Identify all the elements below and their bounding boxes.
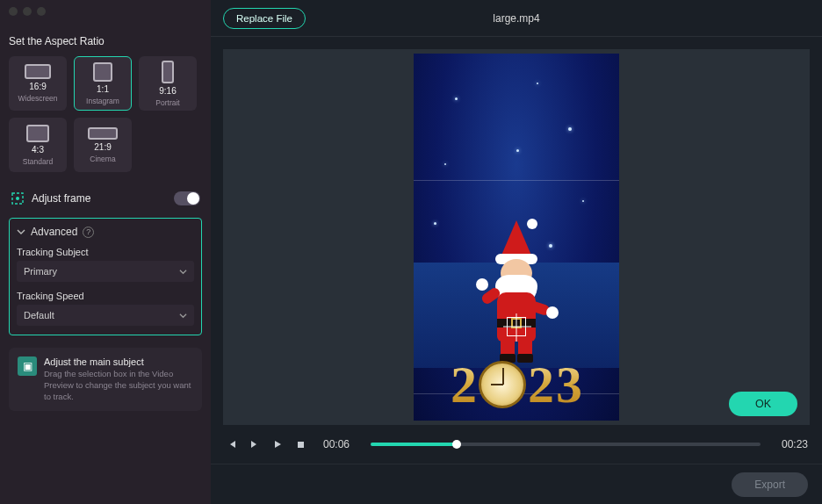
main-header: Replace File large.mp4 [211, 0, 822, 37]
tracking-subject-dropdown[interactable]: Primary [17, 261, 194, 282]
adjust-frame-icon [11, 191, 25, 205]
current-time: 00:06 [323, 438, 350, 450]
advanced-panel: Advanced ? Tracking Subject Primary Trac… [9, 218, 202, 335]
adjust-frame-toggle[interactable] [174, 191, 200, 205]
ratio-icon [93, 62, 112, 82]
video-preview[interactable]: 2 2 3 OK [223, 49, 810, 425]
svg-point-1 [16, 197, 19, 200]
tracking-speed-dropdown[interactable]: Default [17, 305, 194, 326]
toggle-knob [187, 192, 199, 205]
tip-icon: ▣ [18, 356, 37, 376]
chevron-down-icon [179, 268, 187, 276]
filename-label: large.mp4 [493, 12, 539, 25]
timeline-playhead[interactable] [452, 440, 461, 449]
ratio-tile-1-1[interactable]: 1:1 Instagram [74, 56, 132, 111]
chevron-down-icon [179, 312, 187, 320]
ratio-icon [162, 61, 174, 83]
adjust-frame-row: Adjust frame [9, 188, 202, 209]
ratio-tile-9-16[interactable]: 9:16 Portrait [139, 56, 197, 111]
ok-button[interactable]: OK [729, 392, 797, 416]
clock-icon [479, 361, 526, 408]
main-panel: Replace File large.mp4 [211, 0, 822, 504]
ratio-tile-16-9[interactable]: 16:9 Widescreen [9, 56, 67, 111]
stop-button[interactable] [293, 440, 307, 450]
ratio-tile-21-9[interactable]: 21:9 Cinema [74, 118, 132, 172]
year-graphic: 2 2 3 [414, 352, 619, 417]
aspect-ratio-title: Set the Aspect Ratio [9, 35, 202, 47]
tracking-subject-value: Primary [24, 266, 57, 277]
tip-box: ▣ Adjust the main subject Drag the selec… [9, 348, 202, 411]
tip-title: Adjust the main subject [44, 356, 193, 367]
chevron-down-icon[interactable] [17, 227, 25, 236]
info-icon[interactable]: ? [83, 227, 94, 238]
adjust-frame-label: Adjust frame [32, 192, 90, 205]
next-frame-button[interactable] [248, 439, 262, 450]
ratio-icon [26, 125, 49, 142]
tip-body: Drag the selection box in the Video Prev… [44, 369, 193, 402]
aspect-ratio-grid: 16:9 Widescreen 1:1 Instagram 9:16 Portr… [9, 56, 202, 172]
play-button[interactable] [270, 439, 285, 450]
sidebar: Set the Aspect Ratio 16:9 Widescreen 1:1… [0, 0, 211, 504]
ratio-icon [25, 64, 51, 79]
timeline-progress [371, 443, 457, 446]
advanced-label: Advanced [31, 226, 77, 238]
ratio-icon [88, 127, 118, 140]
tracking-subject-label: Tracking Subject [17, 247, 194, 257]
ratio-tile-4-3[interactable]: 4:3 Standard [9, 118, 67, 172]
playback-controls: 00:06 00:23 [211, 425, 822, 464]
svg-rect-2 [298, 442, 304, 448]
replace-file-button[interactable]: Replace File [223, 8, 306, 29]
window-traffic-lights [9, 7, 46, 16]
prev-frame-button[interactable] [225, 439, 239, 450]
footer: Export [211, 464, 822, 504]
video-frame: 2 2 3 [414, 54, 619, 421]
santa-figure [476, 238, 557, 361]
export-button[interactable]: Export [732, 472, 808, 497]
tracking-speed-label: Tracking Speed [17, 291, 194, 301]
tracking-selection-box[interactable] [507, 317, 526, 336]
duration-label: 00:23 [782, 438, 808, 450]
tracking-speed-value: Default [24, 310, 54, 320]
timeline-scrubber[interactable] [371, 443, 761, 446]
